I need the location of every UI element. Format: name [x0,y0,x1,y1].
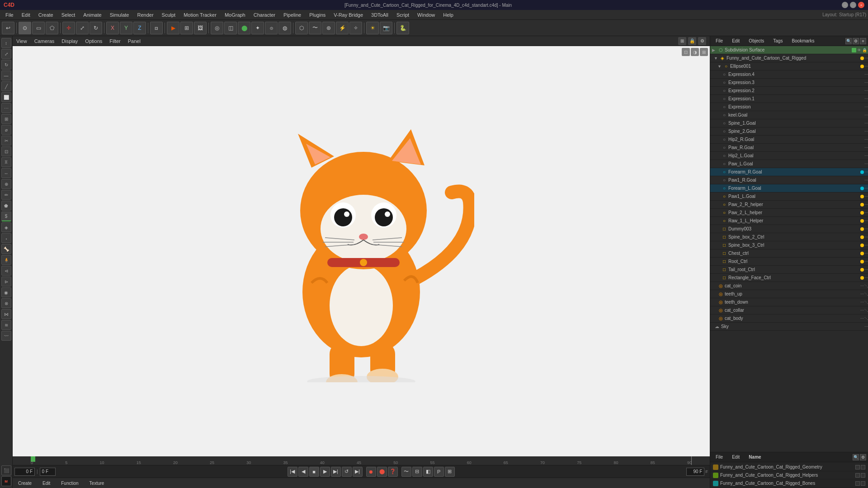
assets-search-icon[interactable]: 🔍 [853,454,859,460]
left-tool-29[interactable]: ⬛ [1,465,11,475]
menu-help[interactable]: Help [439,11,457,19]
render-view-button[interactable]: ▶ [167,22,179,34]
menu-vray-bridge[interactable]: V-Ray Bridge [330,11,367,19]
obj-sky[interactable]: ☁ Sky ⋯ [710,323,868,331]
panel-tab-tags[interactable]: Tags [769,38,786,44]
left-tool-13[interactable]: ↔ [1,168,11,178]
sub-surf-lock-icon[interactable]: 🔒 [862,48,867,52]
key-settings-button[interactable]: ❓ [388,467,398,477]
motion-clip-button[interactable]: ◧ [423,467,433,477]
sub-surf-expand-icon[interactable]: ▶ [712,48,717,52]
current-frame-input[interactable] [14,468,35,476]
y-axis-button[interactable]: Y [120,22,132,34]
left-tool-25[interactable]: ⊗ [1,298,11,308]
splines-button[interactable]: 〜 [309,22,321,34]
scale-button[interactable]: ⤢ [76,22,89,34]
left-tool-7[interactable]: ⋯ [1,103,11,113]
polygon-selection-button[interactable]: ⬠ [46,22,58,34]
menu-script[interactable]: Script [393,11,413,19]
left-tool-5[interactable]: ╱ [1,81,11,91]
expand-ellipse001[interactable]: ▼ [717,64,723,69]
left-tool-4[interactable]: — [1,70,11,80]
rotate-button[interactable]: ↻ [90,22,102,34]
obj-funny-cat-rigged[interactable]: ▼ ◈ Funny_and_Cute_Cartoon_Cat_Rigged ⋯ [710,54,868,62]
obj-forearm-l-goal[interactable]: ○ Forearm_L.Goal ⋯ [710,184,868,192]
generators-button[interactable]: ⊛ [322,22,335,34]
close-button[interactable]: × [858,2,864,8]
rectangle-selection-button[interactable]: ▭ [32,22,45,34]
assets-settings-icon[interactable]: ⚙ [860,454,866,460]
obj-paw2l-helper[interactable]: ○ Paw_2_L_helper ⋯ [710,209,868,217]
python-button[interactable]: 🐍 [396,22,409,34]
asset-bones[interactable]: Funny_and_Cute_Cartoon_Cat_Rigged_Bones [711,479,867,488]
left-tool-6[interactable]: ⬜ [1,92,11,102]
menu-file[interactable]: File [2,11,17,19]
obj-expression2[interactable]: ○ Expression.2 ⋯ [710,87,868,95]
obj-hip2l-goal[interactable]: ○ Hip2_L.Goal ⋯ [710,152,868,160]
menu-create[interactable]: Create [35,11,57,19]
stop-button[interactable]: ■ [309,467,319,477]
obj-paw1l-goal[interactable]: ○ Paw1_L.Goal ⋯ [710,192,868,201]
obj-rect-face-ctrl[interactable]: □ Rectangle_Face_Ctrl ⋯ [710,274,868,282]
viewport-menu-display[interactable]: Display [61,38,78,44]
menu-simulate[interactable]: Simulate [106,11,133,19]
obj-paw1r-goal[interactable]: ○ Paw1_R.Goal ⋯ [710,176,868,184]
asset-geometry[interactable]: Funny_and_Cute_Cartoon_Cat_Rigged_Geomet… [711,463,867,471]
lighting-button[interactable]: ☀ [366,22,379,34]
obj-keel-goal[interactable]: ○ keel.Goal ⋯ [710,111,868,119]
menu-select[interactable]: Select [58,11,79,19]
left-tool-12[interactable]: ⧖ [1,157,11,167]
viewport-menu-panel[interactable]: Panel [128,38,141,44]
left-tool-move[interactable]: ↕ [1,38,11,48]
obj-cat-collar[interactable]: ◎ cat_collar ⋯ ⋱ [710,306,868,314]
menu-render[interactable]: Render [133,11,157,19]
left-tool-rotate[interactable]: ↻ [1,60,11,70]
assets-tab-name[interactable]: Name [745,454,764,460]
end-frame-input[interactable] [686,468,704,476]
obj-pawl-goal[interactable]: ○ Paw_L.Goal ⋯ [710,160,868,168]
record-button[interactable]: ⏺ [366,467,376,477]
expand-funny-cat[interactable]: ▼ [714,56,719,61]
dope-sheet-button[interactable]: ⊟ [412,467,422,477]
texture-tag-button[interactable]: ◫ [224,22,237,34]
panel-menu-icon[interactable]: ≡ [860,38,866,44]
grid-button[interactable]: ⊞ [445,467,455,477]
dynamics-button[interactable]: ⚡ [336,22,349,34]
obj-hip2r-goal[interactable]: ○ Hip2_R.Goal ⋯ [710,136,868,144]
left-tool-18[interactable]: ◈ [1,222,11,232]
obj-cat-coin[interactable]: ◎ cat_coin ⋯ ⋱ [710,282,868,290]
left-tool-22[interactable]: ⊲ [1,266,11,276]
menu-window[interactable]: Window [414,11,439,19]
left-tool-14[interactable]: ⊕ [1,179,11,189]
camera-button[interactable]: 📷 [380,22,392,34]
left-tool-11[interactable]: ⊡ [1,146,11,156]
obj-chest-ctrl[interactable]: □ Chest_ctrl ⋯ [710,249,868,258]
goto-end-button[interactable]: ▶| [353,467,363,477]
panel-filter-icon[interactable]: ⚙ [853,38,859,44]
timeline-texture-btn[interactable]: Texture [86,480,108,486]
obj-teeth-up[interactable]: ◎ teeth_up ⋯ ⋱ [710,290,868,298]
maxon-logo-btn[interactable]: M [1,476,11,486]
left-tool-paint-weight[interactable]: ⬟ [1,201,11,211]
asset-helpers[interactable]: Funny_and_Cute_Cartoon_Cat_Rigged_Helper… [711,471,867,479]
left-tool-19[interactable]: ⬩ [1,233,11,243]
left-tool-10[interactable]: ✂ [1,136,11,145]
goto-start-button[interactable]: |◀ [288,467,297,477]
menu-character[interactable]: Character [250,11,279,19]
play-next-button[interactable]: ▶| [331,467,341,477]
assets-tab-edit[interactable]: Edit [728,454,743,460]
viewport-shading-icon[interactable]: ◑ [691,48,699,56]
timeline-toggle-button[interactable]: P [434,467,444,477]
obj-root-ctrl[interactable]: □ Root_Ctrl ⋯ [710,258,868,266]
sculpt-button[interactable]: ⌾ [265,22,278,34]
menu-3dtoall[interactable]: 3DToAll [368,11,392,19]
viewport-menu-filter[interactable]: Filter [109,38,120,44]
left-tool-8[interactable]: ⊞ [1,114,11,124]
viewport-overlay-icon[interactable]: ⊞ [700,48,708,56]
left-tool-pose[interactable]: ⊳ [1,277,11,286]
viewport-lock-icon[interactable]: 🔒 [688,37,696,45]
obj-spine-box3[interactable]: □ Spine_box_3_Ctrl ⋯ [710,241,868,249]
panel-tab-edit[interactable]: Edit [728,38,743,44]
obj-tail-root-ctrl[interactable]: □ Tail_root_Ctrl ⋯ [710,266,868,274]
play-button[interactable]: ▶ [320,467,330,477]
